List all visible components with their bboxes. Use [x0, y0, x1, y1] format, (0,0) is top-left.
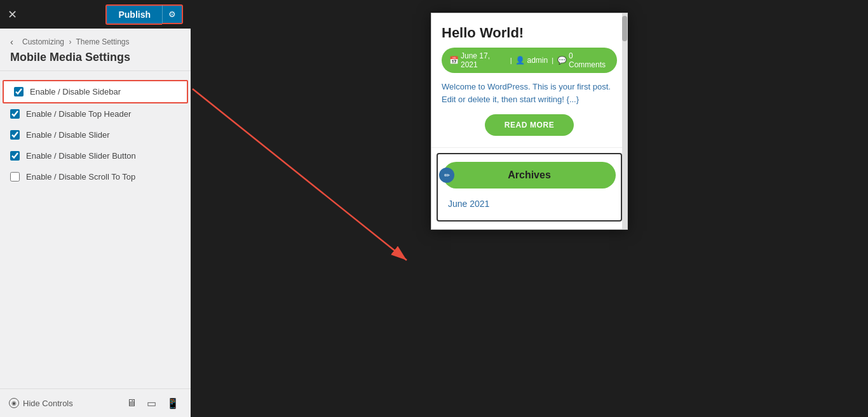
breadcrumb: Customizing › Theme Settings: [22, 37, 130, 46]
meta-separator2: |: [552, 56, 553, 64]
publish-button[interactable]: Publish: [105, 4, 162, 25]
option-item-2[interactable]: Enable / Disable Top Header: [0, 103, 191, 124]
post-date-meta: 📅 June 17, 2021: [449, 51, 506, 69]
post-title: Hello World!: [442, 25, 617, 41]
post-meta: 📅 June 17, 2021 | 👤 admin | 💬 0 Comments: [442, 48, 617, 73]
option-item-1[interactable]: Enable / Disable Sidebar: [3, 80, 188, 103]
options-list: Enable / Disable SidebarEnable / Disable…: [0, 71, 191, 388]
back-arrow-icon: ‹: [10, 36, 13, 47]
preview-area: Hello World! 📅 June 17, 2021 | 👤 admin |…: [191, 0, 868, 417]
option-checkbox-4[interactable]: [10, 151, 20, 161]
option-item-4[interactable]: Enable / Disable Slider Button: [0, 145, 191, 166]
left-panel: ✕ Publish ⚙ ‹ Customizing › Theme Settin…: [0, 0, 191, 417]
desktop-view-button[interactable]: 🖥: [124, 396, 139, 411]
tablet-view-button[interactable]: ▭: [144, 396, 159, 411]
blog-post-card: Hello World! 📅 June 17, 2021 | 👤 admin |…: [431, 13, 627, 148]
hide-controls[interactable]: ◉ Hide Controls: [9, 398, 73, 408]
svg-line-1: [193, 89, 407, 260]
meta-separator: |: [510, 56, 512, 64]
comment-icon: 💬: [557, 56, 567, 65]
hide-controls-label: Hide Controls: [23, 399, 73, 408]
page-title: Mobile Media Settings: [10, 51, 180, 64]
archives-widget: ✏ Archives June 2021: [437, 153, 622, 222]
option-checkbox-1[interactable]: [14, 87, 24, 96]
calendar-icon: 📅: [449, 56, 459, 65]
option-item-5[interactable]: Enable / Disable Scroll To Top: [0, 166, 191, 187]
post-comments-meta: 💬 0 Comments: [557, 51, 609, 69]
user-icon: 👤: [515, 56, 525, 65]
bottom-bar: ◉ Hide Controls 🖥 ▭ 📱: [0, 388, 191, 417]
read-more-button[interactable]: READ MORE: [485, 114, 574, 136]
close-button[interactable]: ✕: [8, 8, 17, 22]
edit-pencil-icon[interactable]: ✏: [439, 168, 454, 183]
post-excerpt: Welcome to WordPress. This is your first…: [442, 81, 617, 105]
back-button[interactable]: ‹: [10, 36, 17, 47]
archives-header: Archives: [443, 162, 616, 189]
post-author-meta: 👤 admin: [515, 56, 548, 65]
eye-icon: ◉: [9, 398, 19, 408]
option-checkbox-5[interactable]: [10, 172, 20, 182]
view-icons: 🖥 ▭ 📱: [124, 396, 182, 411]
archives-june-link[interactable]: June 2021: [448, 197, 611, 210]
publish-area: Publish ⚙: [105, 4, 183, 25]
option-label-2: Enable / Disable Top Header: [26, 109, 131, 119]
panel-header: ‹ Customizing › Theme Settings Mobile Me…: [0, 29, 191, 71]
option-label-5: Enable / Disable Scroll To Top: [26, 172, 135, 182]
option-item-3[interactable]: Enable / Disable Slider: [0, 124, 191, 145]
top-bar: ✕ Publish ⚙: [0, 0, 191, 29]
preview-frame: Hello World! 📅 June 17, 2021 | 👤 admin |…: [431, 13, 628, 230]
option-label-4: Enable / Disable Slider Button: [26, 151, 136, 161]
option-checkbox-3[interactable]: [10, 130, 20, 140]
option-label-3: Enable / Disable Slider: [26, 130, 110, 140]
gear-button[interactable]: ⚙: [162, 4, 183, 24]
scrollbar[interactable]: [622, 13, 627, 229]
mobile-view-button[interactable]: 📱: [164, 396, 182, 411]
option-checkbox-2[interactable]: [10, 109, 20, 119]
option-label-1: Enable / Disable Sidebar: [30, 87, 121, 96]
